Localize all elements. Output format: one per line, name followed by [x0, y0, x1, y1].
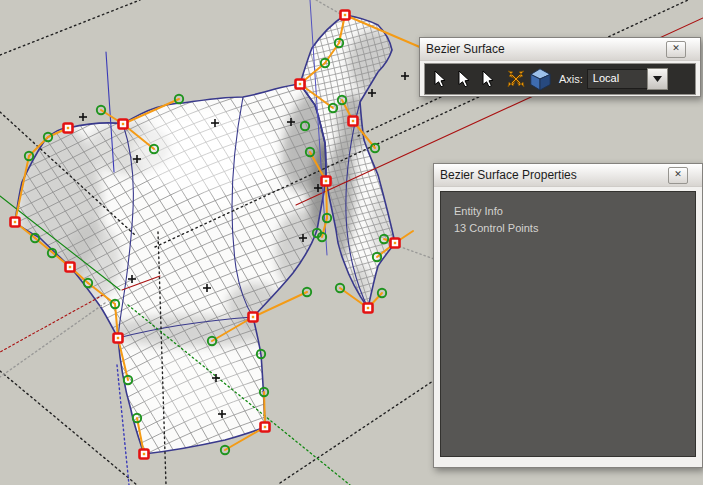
blue-cube-icon: [528, 66, 552, 92]
control-point-vertex: [69, 266, 71, 268]
cursor-icon: [433, 70, 447, 88]
control-point-vertex: [122, 123, 124, 125]
move-control-point-button[interactable]: [504, 66, 528, 93]
properties-title: Bezier Surface Properties: [440, 168, 577, 182]
cursor-icon: [457, 70, 471, 88]
close-icon[interactable]: ✕: [666, 41, 686, 58]
control-point-vertex: [325, 180, 327, 182]
bezier-patch-button[interactable]: [528, 66, 552, 93]
control-point-vertex: [14, 221, 16, 223]
control-point-vertex: [252, 316, 254, 318]
control-point-vertex: [67, 127, 69, 129]
control-points-count: 13 Control Points: [454, 220, 682, 237]
properties-body: Entity Info 13 Control Points: [440, 191, 696, 457]
properties-titlebar[interactable]: Bezier Surface Properties ✕: [434, 164, 702, 187]
toolbar-body: Axis: Local: [424, 63, 696, 95]
sketchup-viewport: { "toolbar": { "title": "Bezier Surface"…: [0, 0, 703, 485]
toolbar-titlebar[interactable]: Bezier Surface ✕: [420, 38, 700, 61]
select-tool-button-2[interactable]: [452, 66, 476, 93]
select-tool-button-3[interactable]: [476, 66, 500, 93]
control-point-vertex: [117, 337, 119, 339]
cursor-icon: [481, 70, 495, 88]
control-point-vertex: [264, 426, 266, 428]
control-point-vertex: [394, 242, 396, 244]
control-point-vertex: [299, 83, 301, 85]
control-point-vertex: [143, 453, 145, 455]
control-point-vertex: [344, 14, 346, 16]
toolbar-title: Bezier Surface: [426, 42, 505, 56]
bezier-surface-toolbar[interactable]: Bezier Surface ✕: [419, 37, 701, 97]
control-point-vertex: [352, 120, 354, 122]
select-tool-button-1[interactable]: [428, 66, 452, 93]
entity-info-label: Entity Info: [454, 203, 682, 220]
axis-label: Axis:: [559, 73, 583, 85]
control-point-vertex: [367, 307, 369, 309]
axis-dropdown[interactable]: Local: [587, 69, 647, 89]
axis-dropdown-button[interactable]: [647, 68, 668, 90]
close-icon[interactable]: ✕: [668, 167, 688, 184]
chevron-down-icon: [653, 76, 662, 82]
bezier-surface-properties-dialog[interactable]: Bezier Surface Properties ✕ Entity Info …: [433, 163, 703, 468]
move-axes-icon: [504, 67, 528, 91]
